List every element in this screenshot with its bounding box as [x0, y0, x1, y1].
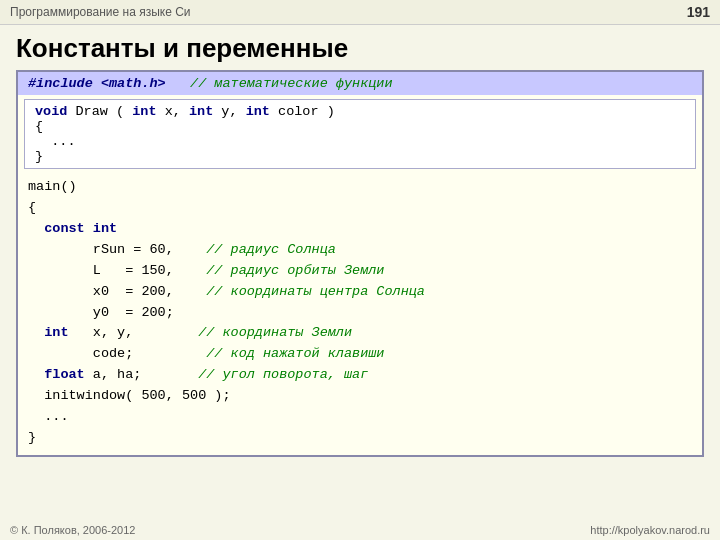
- footer-left: © К. Поляков, 2006-2012: [10, 524, 135, 536]
- main-line-12: ...: [28, 407, 692, 428]
- include-line: #include <math.h> // математические функ…: [18, 72, 702, 95]
- main-line-4: rSun = 60, // радиус Солнца: [28, 240, 692, 261]
- inner-line-1: void Draw ( int x, int y, int color ): [35, 104, 685, 119]
- main-line-5: L = 150, // радиус орбиты Земли: [28, 261, 692, 282]
- header-left: Программирование на языке Си: [10, 5, 191, 19]
- include-comment: // математические функции: [166, 76, 393, 91]
- footer: © К. Поляков, 2006-2012 http://kpolyakov…: [10, 524, 710, 536]
- inner-line-3: ...: [35, 134, 685, 149]
- page-title: Константы и переменные: [0, 25, 720, 70]
- main-line-2: {: [28, 198, 692, 219]
- code-area: #include <math.h> // математические функ…: [16, 70, 704, 457]
- inner-line-4: }: [35, 149, 685, 164]
- main-line-1: main(): [28, 177, 692, 198]
- main-line-3: const int: [28, 219, 692, 240]
- main-line-10: float a, ha; // угол поворота, шаг: [28, 365, 692, 386]
- main-line-13: }: [28, 428, 692, 449]
- main-line-9: code; // код нажатой клавиши: [28, 344, 692, 365]
- main-line-7: y0 = 200;: [28, 303, 692, 324]
- inner-line-2: {: [35, 119, 685, 134]
- header-bar: Программирование на языке Си 191: [0, 0, 720, 25]
- main-line-8: int x, y, // координаты Земли: [28, 323, 692, 344]
- inner-box: void Draw ( int x, int y, int color ) { …: [24, 99, 696, 169]
- main-code-block: main() { const int rSun = 60, // радиус …: [18, 173, 702, 455]
- main-line-11: initwindow( 500, 500 );: [28, 386, 692, 407]
- footer-right: http://kpolyakov.narod.ru: [590, 524, 710, 536]
- page-number: 191: [687, 4, 710, 20]
- main-line-6: x0 = 200, // координаты центра Солнца: [28, 282, 692, 303]
- include-keyword: #include <math.h>: [28, 76, 166, 91]
